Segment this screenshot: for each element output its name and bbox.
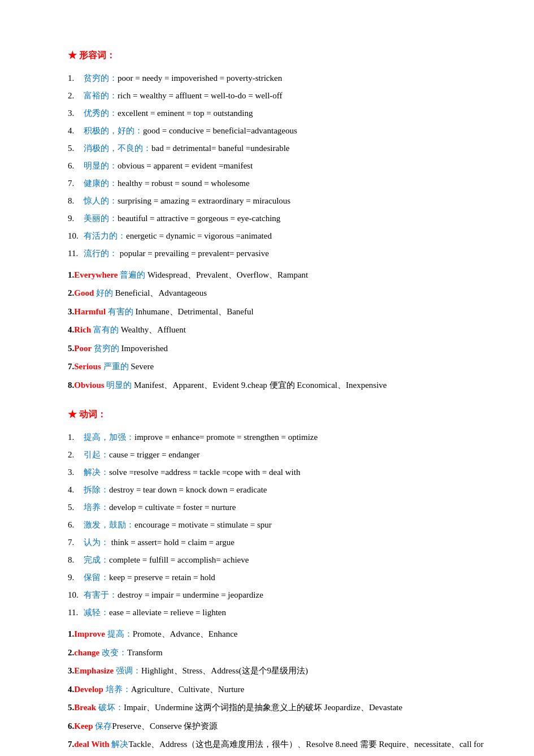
syn-words: Widespread、Prevalent、Overflow、Rampant [147,270,308,279]
item-num: 6. [68,158,84,174]
syn-num: 5. [68,344,74,353]
item-en: encourage = motivate = stimulate = spur [134,520,272,529]
verb-list-item: 9.保留：keep = preserve = retain = hold [68,570,489,585]
verb-list-item: 4.拆除：destroy = tear down = knock down = … [68,482,489,498]
item-num: 9. [68,570,84,585]
syn-words: Manifest、Apparent、Evident 9.cheap 便宜的 Ec… [134,381,387,390]
adj-list-item: 9.美丽的：beautiful = attractive = gorgeous … [68,211,489,226]
syn-words: Wealthy、Affluent [121,325,186,334]
item-num: 1. [68,71,84,86]
adj-synonym-line: 2.Good 好的 Beneficial、Advantageous [68,285,489,301]
syn-zh: 培养： [106,685,131,694]
syn-num: 3. [68,666,74,675]
item-en: improve = enhance= promote = strengthen … [134,433,318,442]
syn-num: 1. [68,629,74,638]
adj-list-item: 8.惊人的：surprising = amazing = extraordina… [68,193,489,209]
item-en: destroy = tear down = knock down = eradi… [109,485,267,494]
verb-list-item: 7.认为： think = assert= hold = claim = arg… [68,535,489,550]
adj-list-item: 3.优秀的：excellent = eminent = top = outsta… [68,106,489,121]
syn-num: 4. [68,325,74,334]
syn-label: Serious [74,362,101,371]
item-num: 3. [68,465,84,480]
item-en: poor = needy = impoverished = poverty-st… [118,74,282,83]
syn-num: 8. [68,381,74,390]
adj-synonym-line: 4.Rich 富有的 Wealthy、Affluent [68,322,489,338]
item-zh: 消极的，不良的： [84,144,151,153]
syn-words: Tackle、Address（这也是高难度用法，很牛）、Resolve 8.ne… [128,740,483,749]
syn-label: Good [74,288,94,297]
adj-list-item: 4.积极的，好的：good = conducive = beneficial=a… [68,123,489,139]
syn-zh: 破坏： [98,703,124,712]
verb-list-item: 8.完成：complete = fulfill = accomplish= ac… [68,552,489,568]
syn-words: Beneficial、Advantageous [115,288,207,297]
item-zh: 优秀的： [84,109,118,118]
item-num: 8. [68,552,84,568]
item-num: 7. [68,176,84,191]
item-en: think = assert= hold = claim = argue [109,538,235,547]
item-num: 8. [68,193,84,209]
syn-zh: 好的 [96,288,113,297]
syn-label: Break [74,703,96,712]
item-zh: 认为： [84,538,109,547]
item-en: excellent = eminent = top = outstanding [118,109,253,118]
verb-list-item: 3.解决：solve =resolve =address = tackle =c… [68,465,489,480]
item-zh: 解决： [84,468,109,477]
item-num: 11. [68,246,84,261]
item-num: 3. [68,106,84,121]
item-en: cause = trigger = endanger [109,450,199,459]
syn-words: Promote、Advance、Enhance [133,629,238,638]
syn-num: 4. [68,685,74,694]
verb-synonym-line: 5.Break 破坏：Impair、Undermine 这两个词指的是抽象意义上… [68,699,489,716]
syn-label: Emphasize [74,666,114,675]
verb-synonym-line: 6.Keep 保存Preserve、Conserve 保护资源 [68,718,489,735]
item-zh: 激发，鼓励： [84,520,134,529]
syn-words: Highlight、Stress、Address(这是个9星级用法) [141,666,308,675]
item-num: 10. [68,228,84,244]
item-zh: 贫穷的： [84,74,118,83]
syn-zh: 解决 [111,740,128,749]
syn-label: deal With [74,740,109,749]
item-num: 9. [68,211,84,226]
item-zh: 流行的： [84,249,118,258]
syn-label: change [74,648,99,657]
syn-num: 2. [68,648,74,657]
adjectives-section: ★ 形容词： 1.贫穷的：poor = needy = impoverished… [68,47,489,393]
verb-list-item: 2.引起：cause = trigger = endanger [68,447,489,463]
verb-synonym-line: 4.Develop 培养：Agriculture、Cultivate、Nurtu… [68,681,489,698]
item-en: obvious = apparent = evident =manifest [118,161,253,170]
syn-zh: 普遍的 [120,270,145,279]
item-en: complete = fulfill = accomplish= achieve [109,555,249,564]
item-zh: 惊人的： [84,196,118,205]
item-en: good = conducive = beneficial=advantageo… [143,126,297,135]
syn-label: Keep [74,722,93,731]
item-num: 6. [68,517,84,533]
syn-words: Transform [127,648,163,657]
item-num: 5. [68,500,84,515]
item-zh: 拆除： [84,485,109,494]
syn-label: Improve [74,629,105,638]
syn-label: Poor [74,344,92,353]
syn-num: 3. [68,307,74,316]
syn-label: Everywhere [74,270,118,279]
item-en: keep = preserve = retain = hold [109,573,215,582]
item-num: 11. [68,605,84,620]
item-zh: 保留： [84,573,109,582]
adj-list-item: 1.贫穷的：poor = needy = impoverished = pove… [68,71,489,86]
verb-list-item: 11.减轻：ease = alleviate = relieve = light… [68,605,489,620]
syn-zh: 有害的 [108,307,133,316]
item-en: destroy = impair = undermine = jeopardiz… [118,590,263,599]
item-en: beautiful = attractive = gorgeous = eye-… [118,214,280,223]
verb-list-item: 6.激发，鼓励：encourage = motivate = stimulate… [68,517,489,533]
item-zh: 积极的，好的： [84,126,143,135]
item-en: bad = detrimental= baneful =undesirable [151,144,289,153]
item-num: 2. [68,447,84,463]
item-zh: 完成： [84,555,109,564]
item-zh: 提高，加强： [84,433,134,442]
syn-zh: 强调： [116,666,141,675]
syn-zh: 严重的 [103,362,129,371]
item-num: 2. [68,88,84,103]
adj-list-item: 11.流行的： popular = prevailing = prevalent… [68,246,489,261]
adj-synonyms-block: 1.Everywhere 普遍的 Widespread、Prevalent、Ov… [68,267,489,394]
syn-num: 6. [68,722,74,731]
item-en: solve =resolve =address = tackle =cope w… [109,468,300,477]
